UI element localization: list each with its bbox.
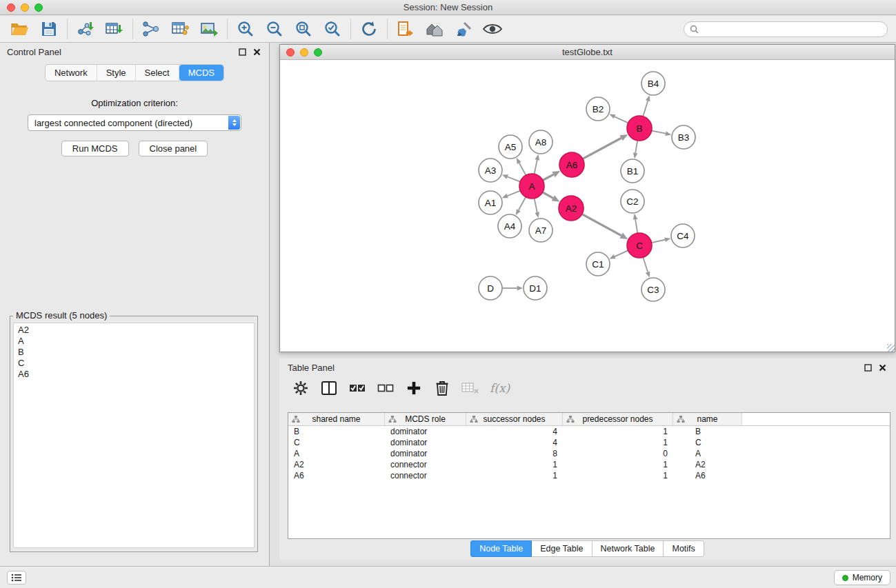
delete-table-button[interactable] — [461, 379, 479, 397]
export-image-button[interactable] — [195, 18, 223, 40]
table-cell[interactable]: 1 — [563, 427, 673, 436]
memory-button[interactable]: Memory — [834, 570, 890, 585]
table-cell[interactable]: 8 — [466, 449, 563, 458]
zoom-window-button[interactable] — [34, 3, 43, 12]
graph-edge-A-A8[interactable] — [535, 160, 537, 174]
column-header-name[interactable]: name — [673, 413, 742, 425]
graph-edge-A-A7[interactable] — [535, 199, 537, 212]
column-header-successor-nodes[interactable]: successor nodes — [466, 413, 563, 425]
resize-grip[interactable] — [887, 344, 895, 352]
close-window-button[interactable] — [286, 48, 295, 57]
mcds-result-list[interactable]: A2ABCA6 — [13, 323, 255, 548]
table-row[interactable]: Bdominator41B — [288, 426, 890, 437]
table-row[interactable]: A2connector11A2 — [288, 459, 890, 470]
table-cell[interactable]: 1 — [563, 471, 673, 480]
graph-edge-A-A2[interactable] — [543, 192, 553, 199]
table-row[interactable]: Cdominator41C — [288, 437, 890, 448]
graph-edge-A-A4[interactable] — [519, 197, 526, 210]
table-row[interactable]: A6connector11A6 — [288, 470, 890, 481]
table-cell[interactable]: A6 — [673, 471, 742, 480]
tab-select[interactable]: Select — [136, 65, 179, 81]
table-cell[interactable]: connector — [385, 471, 466, 480]
zoom-selected-button[interactable] — [318, 18, 347, 40]
table-cell[interactable]: A6 — [288, 471, 385, 480]
graph-node-C3[interactable]: C3 — [641, 278, 665, 301]
table-cell[interactable]: dominator — [385, 427, 466, 436]
select-all-columns-button[interactable] — [348, 379, 366, 397]
graph-node-A5[interactable]: A5 — [499, 135, 522, 159]
table-cell[interactable]: B — [673, 427, 742, 436]
graph-edge-A6-B[interactable] — [583, 138, 621, 159]
import-table-button[interactable] — [100, 18, 129, 40]
new-table-button[interactable] — [166, 18, 195, 40]
graph-node-C2[interactable]: C2 — [621, 190, 644, 213]
graph-edge-C-C3[interactable] — [643, 257, 648, 272]
graph-node-B4[interactable]: B4 — [641, 72, 665, 95]
network-canvas[interactable]: B4B2BB3A5A8A6B1A3AC2A1A2A4A7C4CC1DD1C3 — [280, 60, 895, 352]
graph-node-A7[interactable]: A7 — [529, 219, 552, 242]
float-panel-icon[interactable] — [239, 48, 246, 56]
table-cell[interactable]: 4 — [466, 438, 563, 447]
tab-network-table[interactable]: Network Table — [592, 540, 664, 557]
graph-node-B1[interactable]: B1 — [621, 159, 644, 183]
search-field[interactable] — [684, 21, 888, 37]
tab-edge-table[interactable]: Edge Table — [531, 540, 592, 557]
minimize-window-button[interactable] — [21, 3, 29, 12]
column-header-predecessor-nodes[interactable]: predecessor nodes — [563, 413, 673, 425]
graph-edge-A2-C[interactable] — [582, 214, 621, 236]
close-panel-icon[interactable] — [879, 364, 886, 372]
graph-node-C[interactable]: C — [627, 233, 652, 258]
graph-edge-B-B3[interactable] — [652, 131, 666, 134]
table-cell[interactable]: C — [288, 438, 385, 447]
tab-node-table[interactable]: Node Table — [470, 540, 532, 557]
mcds-result-item[interactable]: A6 — [14, 369, 254, 380]
run-mcds-button[interactable]: Run MCDS — [61, 141, 129, 156]
apply-style-button[interactable] — [449, 18, 478, 40]
table-cell[interactable]: A2 — [288, 460, 385, 469]
graph-edge-A-A3[interactable] — [508, 176, 520, 181]
graph-edge-B-B1[interactable] — [635, 141, 637, 153]
table-cell[interactable]: 1 — [563, 460, 673, 469]
graph-node-D1[interactable]: D1 — [524, 276, 547, 300]
table-cell[interactable]: 1 — [466, 471, 563, 480]
table-cell[interactable]: dominator — [385, 438, 466, 447]
save-session-button[interactable] — [34, 18, 63, 40]
table-cell[interactable]: 0 — [563, 449, 673, 458]
table-cell[interactable]: 1 — [563, 438, 673, 447]
graph-node-A8[interactable]: A8 — [529, 130, 552, 154]
task-history-button[interactable] — [7, 571, 26, 585]
table-cell[interactable]: A — [673, 449, 742, 458]
close-panel-icon[interactable] — [253, 48, 261, 56]
table-cell[interactable]: connector — [385, 460, 466, 469]
graph-node-D[interactable]: D — [479, 276, 502, 300]
graph-node-A[interactable]: A — [519, 174, 544, 199]
graph-edge-A-A6[interactable] — [543, 174, 554, 180]
zoom-window-button[interactable] — [314, 48, 322, 57]
table-cell[interactable]: B — [288, 427, 385, 436]
graph-node-B2[interactable]: B2 — [586, 97, 610, 121]
mcds-result-item[interactable]: C — [14, 358, 254, 369]
table-cell[interactable]: C — [673, 438, 742, 447]
mcds-result-item[interactable]: B — [14, 347, 254, 358]
graph-edge-B-B4[interactable] — [643, 101, 648, 116]
graph-node-A4[interactable]: A4 — [498, 214, 521, 238]
float-panel-icon[interactable] — [864, 364, 872, 372]
home-view-button[interactable] — [420, 18, 449, 40]
graph-edge-B-B2[interactable] — [615, 116, 628, 123]
graph-node-A2[interactable]: A2 — [559, 196, 584, 221]
table-row[interactable]: Adominator80A — [288, 448, 890, 459]
graph-edge-C-C1[interactable] — [615, 250, 628, 256]
function-builder-button[interactable]: f(x) — [490, 379, 510, 397]
graph-node-B3[interactable]: B3 — [672, 125, 695, 149]
paste-document-button[interactable] — [391, 18, 420, 40]
show-column-button[interactable] — [320, 379, 338, 397]
show-hide-button[interactable] — [478, 18, 507, 40]
mcds-result-item[interactable]: A2 — [14, 325, 254, 336]
create-column-button[interactable] — [405, 379, 423, 397]
graph-node-C1[interactable]: C1 — [586, 252, 610, 276]
import-network-button[interactable] — [71, 18, 100, 40]
zoom-in-button[interactable] — [231, 18, 260, 40]
criterion-dropdown[interactable]: largest connected component (directed) — [28, 114, 241, 131]
deselect-all-columns-button[interactable] — [377, 379, 395, 397]
close-window-button[interactable] — [7, 3, 15, 12]
